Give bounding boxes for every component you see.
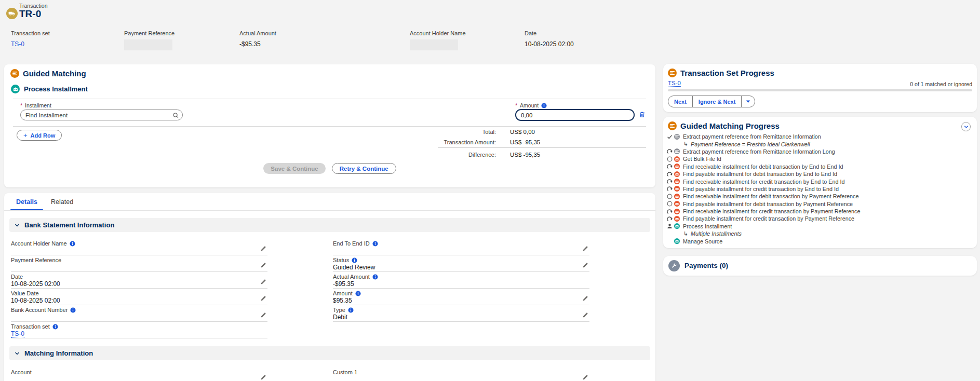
edit-pencil-icon[interactable] bbox=[582, 246, 588, 252]
edit-pencil-icon[interactable] bbox=[582, 312, 588, 318]
retry-continue-button[interactable]: Retry & Continue bbox=[332, 163, 396, 174]
chevron-down-icon bbox=[15, 223, 20, 228]
more-actions-dropdown[interactable] bbox=[741, 96, 755, 107]
field-status: Status Guided Review bbox=[333, 255, 589, 272]
tab-bar bbox=[4, 193, 655, 211]
info-icon[interactable] bbox=[372, 274, 378, 280]
autolaunched-flow-icon bbox=[674, 179, 680, 184]
autolaunched-flow-icon bbox=[674, 156, 680, 162]
field-payment-reference: Payment Reference bbox=[11, 255, 267, 272]
amount-label: * Amount bbox=[515, 102, 547, 108]
transaction-amount-value: US$ -95,35 bbox=[510, 139, 540, 145]
transaction-set-link[interactable]: TS-0 bbox=[11, 40, 24, 48]
info-icon[interactable] bbox=[541, 103, 547, 108]
ignore-next-button[interactable]: Ignore & Next bbox=[692, 96, 742, 107]
payments-card[interactable]: Payments (0) bbox=[663, 256, 977, 276]
gm-step: Extract payment reference from Remittanc… bbox=[663, 148, 977, 155]
guided-matching-icon bbox=[10, 69, 19, 78]
section-bank-statement-information[interactable]: Bank Statement Information bbox=[9, 218, 650, 232]
step-user-action-icon bbox=[666, 223, 673, 229]
card-title: Guided Matching bbox=[23, 69, 86, 78]
field-amount: Amount $95.35 bbox=[333, 289, 589, 305]
edit-pencil-icon[interactable] bbox=[260, 295, 266, 302]
progress-button-group: Next Ignore & Next bbox=[668, 96, 755, 107]
transaction-set-link[interactable]: TS-0 bbox=[11, 330, 24, 338]
transaction-set-progress-card: Transaction Set Progress TS-0 0 of 1 mat… bbox=[663, 64, 977, 112]
edit-pencil-icon[interactable] bbox=[260, 246, 266, 252]
edit-pencil-icon[interactable] bbox=[582, 295, 588, 302]
section-matching-information[interactable]: Matching Information bbox=[9, 346, 650, 360]
autolaunched-flow-icon bbox=[674, 201, 680, 207]
total-row: Total: US$ 0,00 bbox=[4, 129, 655, 135]
autolaunched-flow-icon bbox=[674, 194, 680, 199]
guided-matching-progress-icon bbox=[668, 121, 677, 130]
field-type: Type Debit bbox=[333, 305, 589, 322]
highlight-actual-amount: Actual Amount -$95.35 bbox=[239, 30, 276, 48]
tab-related[interactable]: Related bbox=[44, 193, 80, 210]
payments-icon bbox=[668, 260, 680, 271]
delete-row-button[interactable] bbox=[639, 111, 646, 118]
required-marker: * bbox=[515, 102, 517, 108]
formula-step-icon bbox=[674, 148, 680, 154]
transaction-amount-row: Transaction Amount: US$ -95,35 bbox=[4, 139, 655, 146]
matching-steps-list: Extract payment reference from Remittanc… bbox=[663, 133, 977, 245]
installment-label: * Installment bbox=[20, 102, 51, 108]
edit-pencil-icon[interactable] bbox=[582, 262, 588, 268]
record-title: TR-0 bbox=[19, 8, 41, 20]
return-arrow-icon: ↳ bbox=[683, 230, 688, 237]
gm-step: Get Bulk File Id bbox=[663, 155, 977, 162]
payments-title: Payments (0) bbox=[684, 262, 728, 269]
step-skipped-icon bbox=[666, 179, 673, 184]
progress-status-text: 0 of 1 matched or ignored bbox=[910, 81, 972, 87]
info-icon[interactable] bbox=[52, 324, 58, 330]
tab-details[interactable]: Details bbox=[9, 193, 44, 210]
highlight-transaction-set: Transaction set TS-0 bbox=[11, 30, 50, 48]
info-icon[interactable] bbox=[348, 307, 354, 313]
step-skipped-icon bbox=[666, 148, 673, 154]
total-value: US$ 0,00 bbox=[510, 129, 535, 135]
search-icon bbox=[172, 112, 179, 121]
gm-step: Find payable installment for debit trans… bbox=[663, 200, 977, 208]
next-button[interactable]: Next bbox=[668, 96, 692, 107]
collapse-card-button[interactable] bbox=[961, 122, 971, 131]
step-skipped-icon bbox=[666, 186, 673, 192]
info-icon[interactable] bbox=[70, 241, 75, 247]
step-skipped-icon bbox=[666, 209, 673, 214]
edit-pencil-icon[interactable] bbox=[260, 262, 266, 268]
edit-pencil-icon[interactable] bbox=[582, 374, 588, 380]
autolaunched-flow-icon bbox=[674, 171, 680, 177]
transaction-record-page: Transaction TR-0 Transaction set TS-0 Pa… bbox=[0, 0, 980, 381]
formula-step-icon bbox=[674, 134, 680, 140]
installment-search-input[interactable] bbox=[20, 110, 183, 120]
save-continue-button[interactable]: Save & Continue bbox=[263, 163, 325, 174]
gm-step: Find receivable installment for debit tr… bbox=[663, 193, 977, 200]
installment-lookup bbox=[20, 110, 183, 120]
step-skipped-icon bbox=[666, 171, 673, 177]
field-end-to-end-id: End To End ID bbox=[333, 239, 589, 255]
edit-pencil-icon[interactable] bbox=[260, 279, 266, 285]
autolaunched-flow-icon bbox=[674, 216, 680, 222]
edit-pencil-icon[interactable] bbox=[260, 312, 266, 318]
field-custom-1: Custom 1 bbox=[333, 368, 589, 381]
chevron-down-icon bbox=[15, 351, 20, 356]
chevron-down-icon bbox=[964, 125, 969, 129]
step-result-note: ↳ Payment Reference = Freshto Ideal Cler… bbox=[663, 140, 977, 147]
trash-icon bbox=[639, 111, 646, 118]
info-icon[interactable] bbox=[355, 291, 361, 296]
transaction-set-link[interactable]: TS-0 bbox=[668, 80, 681, 87]
highlight-payment-reference: Payment Reference bbox=[124, 30, 174, 50]
step-skipped-icon bbox=[666, 164, 673, 169]
info-icon[interactable] bbox=[352, 257, 357, 263]
field-account: Account bbox=[11, 368, 267, 381]
info-icon[interactable] bbox=[372, 241, 378, 247]
screen-flow-icon bbox=[11, 85, 20, 93]
autolaunched-flow-icon bbox=[674, 209, 680, 214]
edit-pencil-icon[interactable] bbox=[260, 374, 266, 380]
step-result-note: ↳ Multiple Installments bbox=[663, 230, 977, 237]
amount-input[interactable] bbox=[515, 109, 635, 121]
info-icon[interactable] bbox=[70, 307, 76, 313]
field-actual-amount: Actual Amount -$95.35 bbox=[333, 272, 589, 289]
highlight-date: Date 10-08-2025 02:00 bbox=[525, 30, 574, 48]
field-date: Date 10-08-2025 02:00 bbox=[11, 272, 267, 289]
amount-field bbox=[515, 109, 635, 121]
